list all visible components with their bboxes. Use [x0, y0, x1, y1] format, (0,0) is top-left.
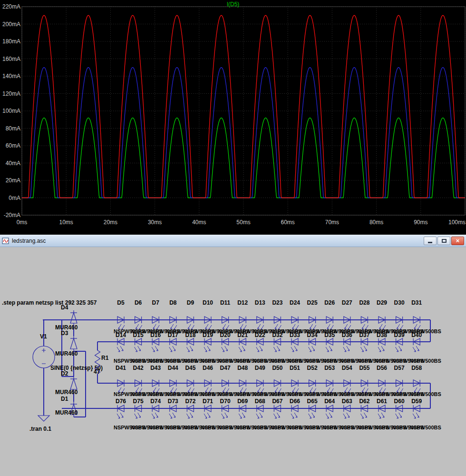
- led-name-label[interactable]: D29: [377, 299, 387, 306]
- led-name-label[interactable]: D44: [168, 365, 178, 371]
- led-name-label[interactable]: D65: [307, 398, 318, 405]
- diode-value-label[interactable]: MUR460: [55, 350, 78, 357]
- waveform-pane[interactable]: 220mA200mA180mA160mA140mA120mA100mA80mA6…: [0, 0, 466, 235]
- led-name-label[interactable]: D69: [237, 398, 248, 405]
- led-name-label[interactable]: D51: [290, 365, 300, 371]
- led-name-label[interactable]: D45: [185, 365, 195, 371]
- led-name-label[interactable]: D74: [150, 398, 161, 405]
- led-name-label[interactable]: D50: [272, 365, 282, 371]
- led-name-label[interactable]: D70: [220, 398, 231, 405]
- led-name-label[interactable]: D49: [255, 365, 265, 371]
- led-name-label[interactable]: D73: [168, 398, 178, 405]
- led-name-label[interactable]: D76: [116, 398, 126, 405]
- led-name-label[interactable]: D8: [169, 299, 177, 306]
- led-name-label[interactable]: D61: [377, 398, 387, 405]
- v1-name-label[interactable]: V1: [40, 333, 47, 340]
- led-name-label[interactable]: D39: [394, 332, 405, 338]
- led-name-label[interactable]: D27: [342, 299, 352, 306]
- led-name-label[interactable]: D11: [220, 299, 231, 306]
- directive-tran[interactable]: .tran 0.1: [29, 426, 51, 432]
- led-name-label[interactable]: D64: [324, 398, 335, 405]
- r1-value-label[interactable]: 47: [94, 368, 100, 375]
- led-name-label[interactable]: D55: [359, 365, 369, 371]
- led-name-label[interactable]: D14: [116, 332, 126, 338]
- led-name-label[interactable]: D7: [152, 299, 160, 306]
- plot-title[interactable]: I(D5): [227, 1, 240, 8]
- led-name-label[interactable]: D40: [411, 332, 422, 338]
- led-value-label[interactable]: NSPW500BS: [409, 425, 441, 430]
- r1-name-label[interactable]: R1: [101, 355, 109, 361]
- y-tick-label: 120mA: [2, 90, 20, 97]
- led-name-label[interactable]: D22: [255, 332, 265, 338]
- led-name-label[interactable]: D37: [359, 332, 369, 338]
- led-name-label[interactable]: D52: [307, 365, 318, 371]
- schematic-editor[interactable]: .step param netzsp list 292 325 357.tran…: [0, 247, 466, 476]
- diode-name-label[interactable]: D1: [61, 396, 68, 402]
- led-name-label[interactable]: D71: [203, 398, 213, 405]
- led-name-label[interactable]: D72: [185, 398, 195, 405]
- led-name-label[interactable]: D24: [290, 299, 300, 306]
- led-name-label[interactable]: D12: [237, 299, 248, 306]
- led-name-label[interactable]: D48: [237, 365, 248, 371]
- led-name-label[interactable]: D63: [342, 398, 352, 405]
- led-name-label[interactable]: D46: [203, 365, 213, 371]
- window-titlebar[interactable]: ledstrang.asc ×: [0, 235, 466, 247]
- x-tick-label: 80ms: [369, 219, 383, 226]
- led-name-label[interactable]: D34: [307, 332, 318, 338]
- led-name-label[interactable]: D21: [237, 332, 248, 338]
- directive-step[interactable]: .step param netzsp list 292 325 357: [2, 299, 97, 306]
- led-name-label[interactable]: D13: [255, 299, 265, 306]
- diode-value-label[interactable]: MUR460: [55, 389, 78, 396]
- led-name-label[interactable]: D41: [116, 365, 126, 371]
- led-name-label[interactable]: D56: [377, 365, 387, 371]
- led-name-label[interactable]: D59: [411, 398, 422, 405]
- led-name-label[interactable]: D60: [394, 398, 405, 405]
- diode-name-label[interactable]: D3: [61, 330, 68, 337]
- close-button[interactable]: ×: [451, 237, 464, 245]
- led-name-label[interactable]: D67: [272, 398, 282, 405]
- led-name-label[interactable]: D15: [133, 332, 144, 338]
- led-value-label[interactable]: NSPW500BS: [409, 391, 441, 397]
- led-name-label[interactable]: D35: [324, 332, 335, 338]
- led-name-label[interactable]: D75: [133, 398, 144, 405]
- led-name-label[interactable]: D26: [324, 299, 335, 306]
- led-name-label[interactable]: D57: [394, 365, 405, 371]
- led-name-label[interactable]: D62: [359, 398, 369, 405]
- led-name-label[interactable]: D25: [307, 299, 318, 306]
- led-name-label[interactable]: D20: [220, 332, 231, 338]
- led-name-label[interactable]: D28: [359, 299, 369, 306]
- led-name-label[interactable]: D68: [255, 398, 265, 405]
- led-name-label[interactable]: D33: [290, 332, 300, 338]
- waveform-plot[interactable]: 220mA200mA180mA160mA140mA120mA100mA80mA6…: [0, 0, 466, 235]
- led-name-label[interactable]: D9: [187, 299, 194, 306]
- led-name-label[interactable]: D47: [220, 365, 231, 371]
- diode-name-label[interactable]: D4: [61, 304, 68, 311]
- led-name-label[interactable]: D6: [135, 299, 142, 306]
- led-name-label[interactable]: D19: [203, 332, 213, 338]
- led-name-label[interactable]: D42: [133, 365, 144, 371]
- led-name-label[interactable]: D53: [324, 365, 335, 371]
- led-name-label[interactable]: D10: [203, 299, 213, 306]
- schematic-pane[interactable]: .step param netzsp list 292 325 357.tran…: [0, 247, 466, 476]
- led-name-label[interactable]: D66: [290, 398, 300, 405]
- y-tick-label: 20mA: [6, 177, 20, 184]
- diode-value-label[interactable]: MUR460: [55, 409, 78, 416]
- led-name-label[interactable]: D31: [411, 299, 422, 306]
- maximize-button[interactable]: [437, 237, 450, 245]
- led-value-label[interactable]: NSPW500BS: [409, 358, 441, 364]
- led-name-label[interactable]: D58: [411, 365, 422, 371]
- led-name-label[interactable]: D5: [117, 299, 125, 306]
- minimize-button[interactable]: [424, 237, 437, 245]
- led-name-label[interactable]: D38: [377, 332, 387, 338]
- led-name-label[interactable]: D30: [394, 299, 405, 306]
- led-name-label[interactable]: D18: [185, 332, 195, 338]
- led-name-label[interactable]: D36: [342, 332, 352, 338]
- led-name-label[interactable]: D16: [150, 332, 161, 338]
- led-name-label[interactable]: D32: [272, 332, 282, 338]
- x-tick-label: 70ms: [325, 219, 339, 226]
- led-name-label[interactable]: D54: [342, 365, 352, 371]
- diode-name-label[interactable]: D2: [61, 370, 68, 377]
- led-name-label[interactable]: D23: [272, 299, 282, 306]
- led-name-label[interactable]: D43: [150, 365, 161, 371]
- led-name-label[interactable]: D17: [168, 332, 178, 338]
